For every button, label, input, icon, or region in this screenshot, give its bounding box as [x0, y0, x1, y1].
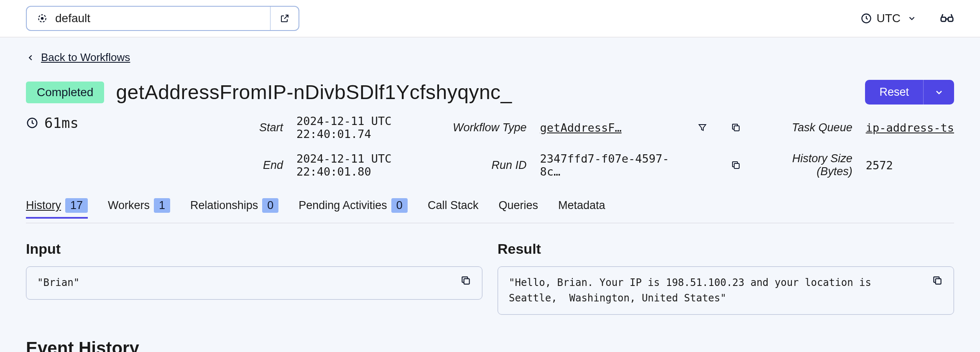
tab-label: Queries: [498, 199, 538, 212]
svg-rect-7: [734, 163, 739, 168]
tab-label: Relationships: [190, 199, 258, 212]
namespace-open-button[interactable]: [270, 7, 299, 30]
workflow-id-title: getAddressFromIP-nDivbSDlf1Ycfshyqync_: [116, 81, 512, 104]
svg-rect-9: [936, 279, 941, 284]
tab-queries[interactable]: Queries: [498, 199, 538, 218]
copy-icon[interactable]: [725, 160, 747, 170]
end-value: 2024-12-11 UTC 22:40:01.80: [296, 152, 429, 178]
duration: 61ms: [26, 115, 151, 131]
copy-icon[interactable]: [932, 275, 943, 286]
content-area: Back to Workflows Completed getAddressFr…: [0, 37, 980, 352]
input-section: Input "Brian": [26, 241, 482, 315]
svg-rect-4: [948, 17, 953, 21]
history-size-value: 2572: [866, 159, 954, 172]
start-label: Start: [259, 121, 285, 134]
title-row: Completed getAddressFromIP-nDivbSDlf1Ycf…: [26, 80, 954, 105]
result-title: Result: [498, 241, 954, 257]
copy-icon[interactable]: [460, 275, 471, 286]
result-value: "Hello, Brian. Your IP is 198.51.100.23 …: [509, 275, 932, 306]
external-link-icon: [280, 13, 290, 23]
tabs: History 17 Workers 1 Relationships 0 Pen…: [26, 198, 954, 223]
filter-icon[interactable]: [692, 122, 713, 133]
history-size-label: History Size (Bytes): [758, 152, 854, 178]
tab-count: 0: [262, 198, 278, 213]
timezone-label: UTC: [876, 12, 901, 25]
task-queue-label: Task Queue: [758, 121, 854, 134]
tab-label: Metadata: [558, 199, 605, 212]
duration-value: 61ms: [44, 115, 79, 131]
timezone-select[interactable]: UTC: [860, 12, 916, 25]
event-history-heading: Event History: [26, 338, 954, 352]
input-box: "Brian": [26, 266, 482, 300]
status-badge: Completed: [26, 82, 104, 103]
chevron-left-icon: [26, 53, 35, 62]
tab-count: 17: [65, 198, 88, 213]
clock-icon: [26, 117, 38, 129]
tab-workers[interactable]: Workers 1: [108, 198, 170, 219]
chevron-down-icon: [934, 87, 944, 97]
tab-label: Pending Activities: [299, 199, 387, 212]
reset-button-group: Reset: [865, 80, 954, 105]
clock-icon: [860, 13, 872, 24]
meta-grid: Start 2024-12-11 UTC 22:40:01.74 Workflo…: [259, 115, 954, 178]
tab-call-stack[interactable]: Call Stack: [428, 199, 479, 218]
namespace-name: default: [55, 12, 90, 25]
chevron-down-icon: [907, 14, 916, 23]
run-id-label: Run ID: [453, 159, 528, 172]
temporal-icon: [37, 13, 48, 24]
tab-label: Workers: [108, 199, 150, 212]
result-box: "Hello, Brian. Your IP is 198.51.100.23 …: [498, 266, 954, 315]
copy-icon[interactable]: [725, 122, 747, 133]
tab-pending-activities[interactable]: Pending Activities 0: [299, 198, 408, 219]
tab-relationships[interactable]: Relationships 0: [190, 198, 278, 219]
topbar-right: UTC: [860, 11, 954, 26]
glasses-icon[interactable]: [940, 11, 954, 26]
tab-count: 0: [391, 198, 408, 213]
topbar: default UTC: [0, 0, 980, 37]
tab-label: History: [26, 199, 61, 212]
input-title: Input: [26, 241, 482, 257]
task-queue-value[interactable]: ip-address-ts: [866, 121, 954, 134]
result-section: Result "Hello, Brian. Your IP is 198.51.…: [498, 241, 954, 315]
start-value: 2024-12-11 UTC 22:40:01.74: [296, 115, 429, 140]
tab-history[interactable]: History 17: [26, 198, 88, 219]
svg-rect-8: [464, 279, 470, 284]
namespace-selector[interactable]: default: [26, 6, 299, 31]
back-link-text: Back to Workflows: [41, 51, 130, 64]
io-row: Input "Brian" Result "Hello, Brian. Your…: [26, 241, 954, 315]
workflow-type-label: Workflow Type: [453, 121, 528, 134]
svg-rect-6: [734, 126, 739, 131]
tab-metadata[interactable]: Metadata: [558, 199, 605, 218]
namespace-selector-main[interactable]: default: [27, 7, 270, 30]
input-value: "Brian": [37, 275, 88, 291]
meta-row: 61ms Start 2024-12-11 UTC 22:40:01.74 Wo…: [26, 115, 954, 178]
svg-point-1: [41, 18, 43, 19]
run-id-value: 2347ffd7-f07e-4597-8c…: [540, 152, 680, 178]
back-to-workflows-link[interactable]: Back to Workflows: [26, 51, 130, 64]
tab-label: Call Stack: [428, 199, 479, 212]
workflow-type-value[interactable]: getAddressF…: [540, 121, 680, 134]
reset-button[interactable]: Reset: [865, 80, 923, 105]
svg-rect-3: [941, 17, 946, 21]
reset-dropdown-button[interactable]: [923, 80, 954, 105]
tab-count: 1: [154, 198, 170, 213]
end-label: End: [259, 159, 285, 172]
